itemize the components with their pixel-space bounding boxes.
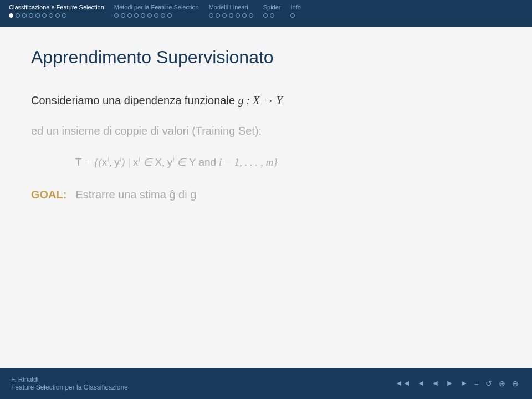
dot [9, 13, 13, 18]
nav-dots-1 [114, 13, 172, 18]
dot [263, 13, 268, 18]
dot [29, 13, 33, 18]
dot [134, 13, 139, 18]
nav-label-4: Info [290, 3, 300, 12]
dot [161, 13, 165, 18]
dot [35, 13, 40, 18]
nav-label-3: Spider [263, 3, 281, 12]
nav-label-2: Modelli Lineari [209, 3, 248, 12]
dot [229, 13, 233, 18]
dot [236, 13, 240, 18]
nav-section-3[interactable]: Spider [263, 3, 291, 18]
dot [147, 13, 152, 18]
dot [290, 13, 295, 18]
math-formula: T = {(xi, yi) | xi ∈ X, yi ∈ Y and i = 1… [31, 155, 501, 168]
nav-dots-3 [263, 13, 274, 18]
bottom-left: F. Rinaldi Feature Selection per la Clas… [11, 376, 128, 391]
top-navigation: Classificazione e Feature Selection Meto… [0, 0, 532, 27]
dot [114, 13, 119, 18]
dot [141, 13, 145, 18]
line1-math: g : X → Y [238, 94, 283, 106]
dot [242, 13, 247, 18]
dot [16, 13, 20, 18]
dot [222, 13, 227, 18]
dot [22, 13, 27, 18]
line1: Consideriamo una dipendenza funzionale g… [31, 94, 501, 107]
dot [62, 13, 66, 18]
dot [209, 13, 213, 18]
nav-dots-4 [290, 13, 295, 18]
nav-arrow-left-section[interactable]: ◄ [429, 378, 442, 389]
line2: ed un insieme di coppie di valori (Train… [31, 125, 501, 137]
dot [127, 13, 132, 18]
slide-title: Apprendimento Supervisionato [31, 47, 501, 68]
nav-section-1[interactable]: Metodi per la Feature Selection [114, 3, 209, 18]
goal-line: GOAL: Estrarre una stima ĝ di g [31, 188, 501, 201]
nav-arrow-right-section[interactable]: ► [443, 378, 456, 389]
dot [270, 13, 274, 18]
main-content: Apprendimento Supervisionato Consideriam… [0, 27, 532, 368]
nav-arrow-left-first[interactable]: ◄◄ [393, 378, 413, 389]
nav-section-2[interactable]: Modelli Lineari [209, 3, 263, 18]
nav-dots-0 [9, 13, 66, 18]
nav-section-0[interactable]: Classificazione e Feature Selection [9, 3, 114, 18]
nav-arrow-left[interactable]: ◄ [415, 378, 427, 389]
line1-prefix: Consideriamo una dipendenza funzionale [31, 94, 238, 106]
nav-label-1: Metodi per la Feature Selection [114, 3, 199, 12]
nav-search-1[interactable]: ↺ [483, 378, 494, 390]
bottom-bar: F. Rinaldi Feature Selection per la Clas… [0, 368, 532, 399]
navigation-controls[interactable]: ◄◄ ◄ ◄ ► ► ≡ ↺ ⊕ ⊖ [393, 378, 521, 390]
goal-label: GOAL: [31, 188, 66, 201]
goal-text: Estrarre una stima ĝ di g [75, 188, 196, 201]
dot [216, 13, 220, 18]
author-name: F. Rinaldi [11, 376, 128, 383]
dot [167, 13, 172, 18]
nav-dots-2 [209, 13, 253, 18]
dot [154, 13, 158, 18]
line2-text: ed un insieme di coppie di valori (Train… [31, 125, 262, 137]
dot [249, 13, 253, 18]
nav-search-3[interactable]: ⊖ [510, 378, 521, 390]
nav-search-2[interactable]: ⊕ [497, 378, 508, 390]
dot [55, 13, 60, 18]
nav-menu[interactable]: ≡ [472, 378, 481, 389]
dot [121, 13, 125, 18]
nav-section-4[interactable]: Info [290, 3, 310, 18]
dot [49, 13, 53, 18]
nav-arrow-right[interactable]: ► [458, 378, 470, 389]
dot [42, 13, 47, 18]
nav-label-0: Classificazione e Feature Selection [9, 3, 104, 12]
formula-text: T = {(xi, yi) | xi ∈ X, yi ∈ Y and i = 1… [75, 156, 278, 168]
course-name: Feature Selection per la Classificazione [11, 383, 128, 391]
